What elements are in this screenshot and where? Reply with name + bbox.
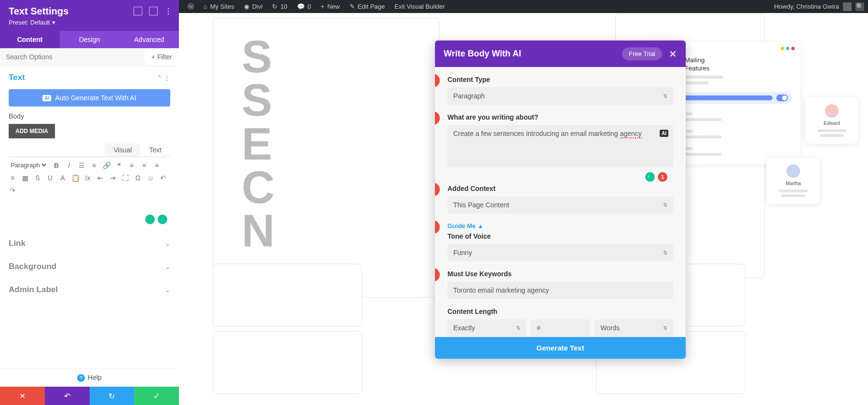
- edit-page[interactable]: ✎ Edit Page: [345, 0, 390, 13]
- table-icon[interactable]: ▦: [21, 174, 29, 182]
- ai-modal: Write Body With AI Free Trial ✕ 1 Conten…: [435, 40, 686, 359]
- indent-icon[interactable]: ⇥: [109, 174, 117, 182]
- grammarly-down-icon[interactable]: [645, 172, 655, 182]
- editor-tab-visual[interactable]: Visual: [105, 143, 140, 157]
- align-justify-icon[interactable]: ≡: [9, 174, 16, 182]
- keywords-input[interactable]: [448, 282, 673, 299]
- content-type-select[interactable]: Paragraph: [448, 87, 673, 105]
- filter-button[interactable]: + Filter: [145, 53, 179, 61]
- close-icon[interactable]: ✕: [669, 48, 677, 60]
- paste-icon[interactable]: 📋: [71, 174, 79, 182]
- toggle-switch[interactable]: [776, 94, 788, 101]
- length-number-input[interactable]: [531, 319, 590, 337]
- about-textarea[interactable]: Create a few sentences introducing an em…: [448, 125, 673, 167]
- length-label: Content Length: [448, 308, 673, 315]
- tab-content[interactable]: Content: [0, 31, 60, 48]
- emoji-icon[interactable]: ☺: [147, 174, 154, 182]
- user-avatar[interactable]: [843, 2, 852, 11]
- about-label: What are you writing about?: [448, 113, 673, 121]
- auto-generate-ai-button[interactable]: AI Auto Generate Text With AI: [9, 89, 170, 107]
- outdent-icon[interactable]: ⇤: [96, 174, 104, 182]
- section-admin-label[interactable]: Admin Label ⌄: [0, 278, 179, 301]
- section-link[interactable]: Link ⌄: [0, 232, 179, 255]
- tone-select[interactable]: Funny: [448, 244, 673, 261]
- italic-icon[interactable]: I: [65, 162, 73, 169]
- user-card-martha: Martha: [767, 158, 820, 204]
- undo-icon[interactable]: ↶: [159, 174, 167, 182]
- align-left-icon[interactable]: ≡: [128, 162, 136, 169]
- ai-icon[interactable]: AI: [660, 130, 668, 137]
- new[interactable]: + New: [316, 0, 345, 13]
- length-unit-select[interactable]: Words: [595, 319, 673, 337]
- modal-header: Write Body With AI Free Trial ✕: [435, 40, 686, 67]
- cancel-button[interactable]: ✕: [0, 387, 45, 405]
- add-media-button[interactable]: ADD MEDIA: [9, 124, 55, 138]
- sidebar-header: Text Settings Preset: Default ▾ ⋮: [0, 0, 179, 31]
- chevron-up-icon: ⌃ ⋮: [157, 74, 170, 81]
- free-trial-badge[interactable]: Free Trial: [622, 47, 662, 60]
- editor-content[interactable]: [9, 198, 170, 227]
- grammarly-icon[interactable]: [145, 215, 155, 224]
- wp-logo[interactable]: ⓦ: [183, 0, 199, 13]
- layout-icon[interactable]: [149, 7, 158, 15]
- ai-badge-icon: AI: [42, 95, 51, 101]
- editor-tab-text[interactable]: Text: [140, 143, 170, 157]
- comments[interactable]: 💬 0: [292, 0, 316, 13]
- redo-icon[interactable]: ↷: [9, 187, 16, 194]
- step-badge-4: 4: [435, 220, 440, 234]
- avatar-icon: [787, 164, 800, 178]
- tone-label: Tone of Voice: [448, 232, 673, 240]
- guide-me-toggle[interactable]: Guide Me ▲: [448, 222, 673, 230]
- context-select[interactable]: This Page Content: [448, 196, 673, 214]
- ul-icon[interactable]: ☰: [78, 162, 85, 169]
- quote-icon[interactable]: ❝: [115, 162, 123, 169]
- help-icon: ?: [77, 374, 85, 382]
- section-background[interactable]: Background ⌄: [0, 255, 179, 278]
- tab-design[interactable]: Design: [60, 31, 120, 48]
- link-icon[interactable]: 🔗: [103, 162, 110, 169]
- textcolor-icon[interactable]: A: [59, 174, 67, 182]
- content-type-label: Content Type: [448, 76, 673, 83]
- clear-icon[interactable]: Ix: [84, 174, 92, 182]
- sidebar-footer: ✕ ↶ ↻ ✓: [0, 387, 179, 405]
- chevron-down-icon: ⌄: [165, 286, 170, 294]
- exit-visual-builder[interactable]: Exit Visual Builder: [390, 0, 450, 13]
- step-badge-3: 3: [435, 183, 440, 196]
- chevron-down-icon: ⌄: [165, 263, 170, 270]
- grammarly-icon-2[interactable]: [158, 215, 167, 224]
- length-mode-select[interactable]: Exactly: [448, 319, 526, 337]
- underline-icon[interactable]: U: [46, 174, 54, 182]
- visual-canvas: SSECN ✉ MailingFeatures Edward Martha Wr…: [179, 13, 868, 405]
- step-badge-2: 2: [435, 111, 440, 125]
- ghost-heading: SSECN: [242, 35, 275, 252]
- align-center-icon[interactable]: ≡: [140, 162, 148, 169]
- site-divi[interactable]: ◉ Divi: [239, 0, 268, 13]
- tab-advanced[interactable]: Advanced: [119, 31, 179, 48]
- redo-button[interactable]: ↻: [90, 387, 135, 405]
- ol-icon[interactable]: ≡: [90, 162, 98, 169]
- generate-text-button[interactable]: Generate Text: [435, 337, 686, 359]
- search-input[interactable]: [0, 48, 145, 66]
- keywords-label: Must Use Keywords: [448, 270, 673, 278]
- fullscreen-icon[interactable]: ⛶: [122, 174, 129, 182]
- format-select[interactable]: Paragraph: [9, 161, 48, 169]
- step-badge-5: 5: [435, 268, 440, 282]
- help-link[interactable]: ?Help: [0, 368, 179, 387]
- bold-icon[interactable]: B: [53, 162, 60, 169]
- search-icon[interactable]: 🔍: [855, 2, 864, 11]
- specialchar-icon[interactable]: Ω: [134, 174, 142, 182]
- section-text[interactable]: Text ⌃ ⋮: [0, 66, 179, 89]
- expand-icon[interactable]: [134, 7, 142, 15]
- more-icon[interactable]: ⋮: [164, 7, 173, 15]
- step-badge-1: 1: [435, 74, 440, 87]
- error-count-badge[interactable]: 1: [658, 172, 667, 182]
- undo-button[interactable]: ↶: [45, 387, 90, 405]
- context-label: Added Context: [448, 185, 673, 192]
- align-right-icon[interactable]: ≡: [153, 162, 161, 169]
- confirm-button[interactable]: ✓: [134, 387, 179, 405]
- howdy-text[interactable]: Howdy, Christina Gwira: [774, 3, 839, 10]
- my-sites[interactable]: ⌂ My Sites: [199, 0, 239, 13]
- strike-icon[interactable]: S: [34, 174, 41, 182]
- updates[interactable]: ↻ 10: [267, 0, 292, 13]
- preset-dropdown[interactable]: Preset: Default ▾: [9, 19, 170, 26]
